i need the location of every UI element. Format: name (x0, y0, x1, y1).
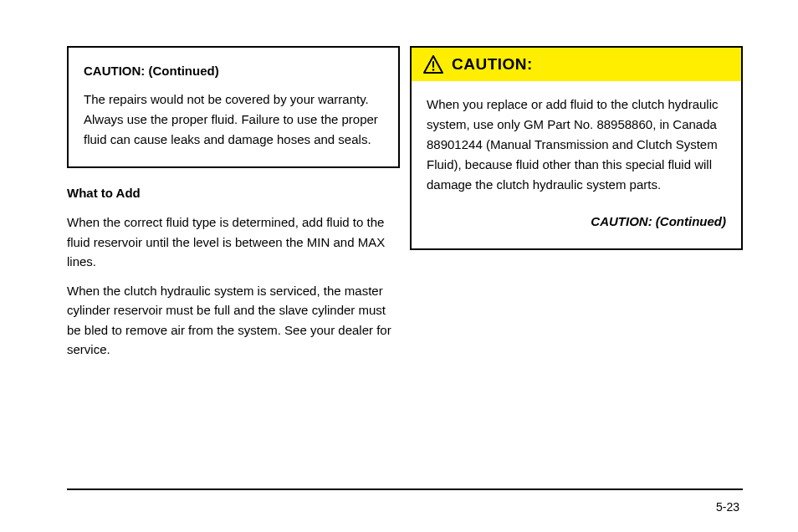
caution-box: CAUTION: When you replace or add fluid t… (410, 46, 743, 250)
caution-body-text: The repairs would not be covered by your… (84, 90, 383, 150)
body-paragraph: When the correct fluid type is determine… (67, 212, 402, 271)
caution-header: CAUTION: (412, 48, 741, 81)
footer-rule (67, 489, 743, 490)
svg-point-2 (432, 69, 435, 71)
page-number: 5-23 (716, 500, 739, 514)
caution-continued-tag: CAUTION: (Continued) (427, 212, 726, 232)
caution-box-continued: CAUTION: (Continued) The repairs would n… (67, 46, 400, 168)
caution-continued-label: CAUTION: (Continued) (84, 61, 383, 81)
body-paragraph: When the clutch hydraulic system is serv… (67, 281, 402, 359)
warning-triangle-icon (423, 55, 443, 74)
section-heading: What to Add (67, 186, 141, 200)
caution-title: CAUTION: (452, 55, 533, 74)
caution-body-text: When you replace or add fluid to the clu… (427, 95, 726, 195)
